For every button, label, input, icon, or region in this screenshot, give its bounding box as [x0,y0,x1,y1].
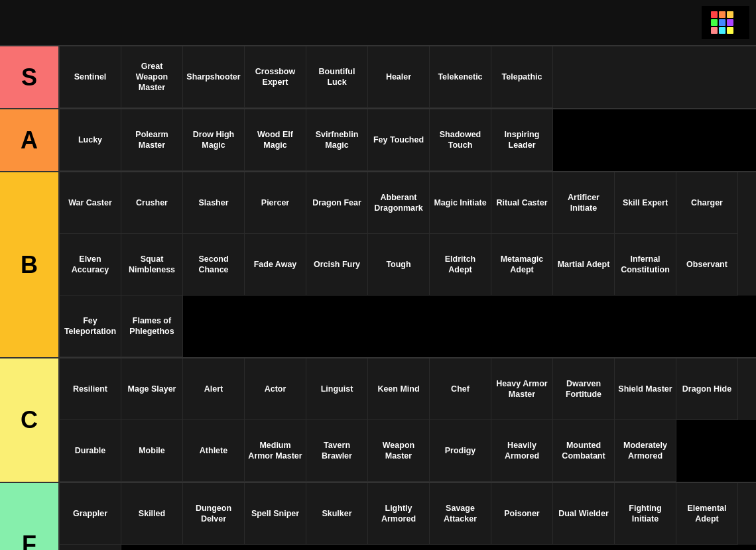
feat-cell-c-0-4[interactable]: Linguist [306,358,368,420]
tiermaker-logo [702,6,749,39]
feat-cell-c-0-8[interactable]: Dwarven Fortitude [553,358,615,420]
feat-row-c-0: ResilientMage SlayerAlertActorLinguistKe… [60,358,756,420]
tier-label-a: A [0,109,60,171]
feat-cell-c-0-2[interactable]: Alert [183,358,245,420]
feat-cell-b-0-7[interactable]: Ritual Caster [491,172,553,234]
feat-cell-f-1-0[interactable]: Defensive Duelist [60,545,121,550]
tier-label-c: C [0,358,60,482]
feat-cell-a-0-2[interactable]: Drow High Magic [183,109,245,171]
feat-cell-c-1-9[interactable]: Moderately Armored [615,420,676,482]
tier-container: SSentinelGreat Weapon MasterSharpshooter… [0,46,756,550]
feat-row-f-1: Defensive Duelist [60,545,756,550]
feat-cell-f-0-8[interactable]: Dual Wielder [553,483,615,545]
feat-row-c-1: DurableMobileAthleteMedium Armor MasterT… [60,420,756,482]
feat-cell-f-0-5[interactable]: Lightly Armored [368,483,430,545]
feat-cell-c-0-9[interactable]: Shield Master [615,358,676,420]
feat-cell-f-0-10[interactable]: Elemental Adept [676,483,738,545]
feat-cell-b-0-0[interactable]: War Caster [60,172,121,234]
feat-cell-c-1-4[interactable]: Tavern Brawler [306,420,368,482]
feat-cell-b-0-3[interactable]: Piercer [245,172,306,234]
feat-cell-a-0-7[interactable]: Inspiring Leader [491,109,553,171]
feat-row-b-0: War CasterCrusherSlasherPiercerDragon Fe… [60,172,756,234]
tier-label-b: B [0,172,60,357]
feat-cell-b-1-4[interactable]: Orcish Fury [306,234,368,296]
feat-cell-b-0-8[interactable]: Artificer Initiate [553,172,615,234]
feat-cell-f-0-0[interactable]: Grappler [60,483,121,545]
feat-cell-b-0-10[interactable]: Charger [676,172,738,234]
feat-cell-b-0-5[interactable]: Abberant Dragonmark [368,172,430,234]
feat-cell-s-0-4[interactable]: Bountiful Luck [306,46,368,108]
feat-cell-c-1-1[interactable]: Mobile [121,420,183,482]
feat-cell-a-0-4[interactable]: Svirfneblin Magic [306,109,368,171]
feat-cell-b-1-0[interactable]: Elven Accuracy [60,234,121,296]
feat-cell-b-0-9[interactable]: Skill Expert [615,172,676,234]
feat-cell-b-0-2[interactable]: Slasher [183,172,245,234]
feat-cell-c-1-5[interactable]: Weapon Master [368,420,430,482]
feat-cell-b-1-3[interactable]: Fade Away [245,234,306,296]
logo-grid [711,11,733,34]
logo-dot-6 [727,19,733,26]
logo-dot-1 [711,11,718,18]
feat-cell-f-0-2[interactable]: Dungeon Delver [183,483,245,545]
feat-cell-a-0-5[interactable]: Fey Touched [368,109,430,171]
feat-cell-c-1-0[interactable]: Durable [60,420,121,482]
feat-cell-a-0-1[interactable]: Polearm Master [121,109,183,171]
feat-cell-c-0-10[interactable]: Dragon Hide [676,358,738,420]
tier-content-a: LuckyPolearm MasterDrow High MagicWood E… [60,109,756,171]
feat-cell-f-0-7[interactable]: Poisoner [491,483,553,545]
feat-cell-a-0-6[interactable]: Shadowed Touch [430,109,491,171]
feat-cell-c-1-3[interactable]: Medium Armor Master [245,420,306,482]
feat-cell-c-0-1[interactable]: Mage Slayer [121,358,183,420]
feat-cell-b-1-8[interactable]: Martial Adept [553,234,615,296]
feat-cell-c-1-8[interactable]: Mounted Combatant [553,420,615,482]
feat-cell-f-0-9[interactable]: Fighting Initiate [615,483,676,545]
feat-row-s-0: SentinelGreat Weapon MasterSharpshooterC… [60,46,756,108]
feat-cell-b-1-2[interactable]: Second Chance [183,234,245,296]
feat-cell-b-1-10[interactable]: Observant [676,234,738,296]
tier-row-a: ALuckyPolearm MasterDrow High MagicWood … [0,109,756,172]
feat-cell-a-0-0[interactable]: Lucky [60,109,121,171]
feat-row-b-1: Elven AccuracySquat NimblenessSecond Cha… [60,234,756,296]
feat-cell-s-0-0[interactable]: Sentinel [60,46,121,108]
feat-cell-f-0-4[interactable]: Skulker [306,483,368,545]
logo-dot-9 [727,27,733,34]
feat-cell-f-0-6[interactable]: Savage Attacker [430,483,491,545]
tier-row-b: BWar CasterCrusherSlasherPiercerDragon F… [0,172,756,358]
feat-cell-s-0-6[interactable]: Telekenetic [430,46,491,108]
feat-cell-b-0-4[interactable]: Dragon Fear [306,172,368,234]
feat-cell-c-1-2[interactable]: Athlete [183,420,245,482]
feat-cell-s-0-1[interactable]: Great Weapon Master [121,46,183,108]
tier-label-f: F [0,483,60,550]
feat-cell-c-0-3[interactable]: Actor [245,358,306,420]
feat-cell-c-0-0[interactable]: Resilient [60,358,121,420]
filler-c-1 [676,420,756,482]
feat-cell-c-0-7[interactable]: Heavy Armor Master [491,358,553,420]
header-logo-area [60,0,756,45]
feat-cell-c-0-5[interactable]: Keen Mind [368,358,430,420]
feat-cell-c-1-6[interactable]: Prodigy [430,420,491,482]
tier-row-s: SSentinelGreat Weapon MasterSharpshooter… [0,46,756,109]
feat-cell-c-1-7[interactable]: Heavily Armored [491,420,553,482]
feat-cell-b-2-1[interactable]: Flames of Phlegethos [121,296,183,357]
feat-cell-b-0-1[interactable]: Crusher [121,172,183,234]
logo-dot-8 [719,27,725,34]
feat-cell-b-2-0[interactable]: Fey Teleportation [60,296,121,357]
logo-dot-5 [719,19,725,26]
feat-cell-a-0-3[interactable]: Wood Elf Magic [245,109,306,171]
header-spacer [0,0,60,45]
feat-cell-s-0-7[interactable]: Telepathic [491,46,553,108]
filler-f-1 [121,545,756,550]
feat-cell-s-0-3[interactable]: Crossbow Expert [245,46,306,108]
feat-cell-b-1-1[interactable]: Squat Nimbleness [121,234,183,296]
feat-cell-c-0-6[interactable]: Chef [430,358,491,420]
feat-cell-s-0-2[interactable]: Sharpshooter [183,46,245,108]
feat-cell-b-1-7[interactable]: Metamagic Adept [491,234,553,296]
feat-cell-b-0-6[interactable]: Magic Initiate [430,172,491,234]
feat-cell-b-1-6[interactable]: Eldritch Adept [430,234,491,296]
logo-dot-4 [711,19,718,26]
feat-cell-f-0-1[interactable]: Skilled [121,483,183,545]
feat-cell-f-0-3[interactable]: Spell Sniper [245,483,306,545]
feat-cell-b-1-9[interactable]: Infernal Constitution [615,234,676,296]
feat-cell-s-0-5[interactable]: Healer [368,46,430,108]
feat-cell-b-1-5[interactable]: Tough [368,234,430,296]
